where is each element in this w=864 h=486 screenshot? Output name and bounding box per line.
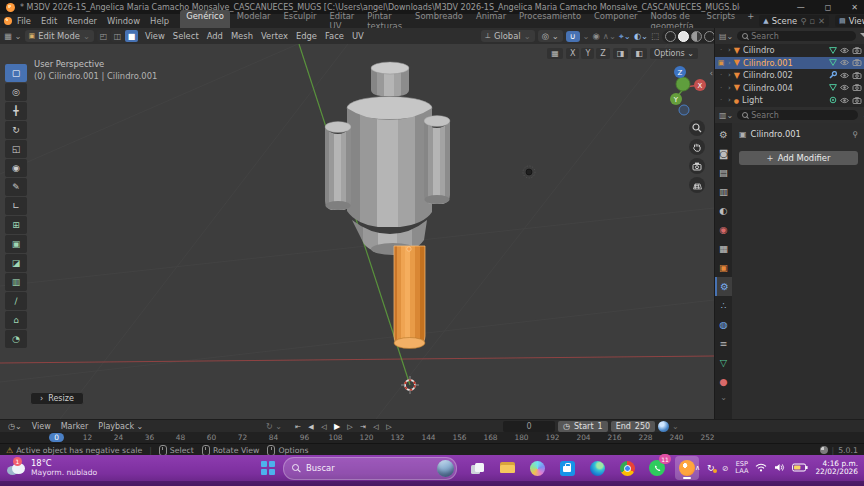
menu-help[interactable]: Help [145,16,174,26]
start-button[interactable] [261,461,275,475]
face-select-button[interactable]: ■ [125,30,138,42]
end-frame-field[interactable]: End 250 [611,421,655,432]
right-arm-bottom[interactable] [425,195,450,204]
add-modifier-button[interactable]: + Add Modifier [739,151,858,165]
muted-icon[interactable]: ⊘ [722,464,729,473]
viewport-menu-edge[interactable]: Edge [292,31,321,41]
material-shading-button[interactable] [691,31,702,42]
properties-search[interactable]: Search [737,110,858,120]
keying-set-button[interactable] [658,421,669,432]
battery-icon[interactable] [792,463,808,474]
navigation-gizmo[interactable]: Z X Y [662,64,708,116]
frame-tick-12[interactable]: 12 [72,433,103,442]
viewport-menu-add[interactable]: Add [203,31,227,41]
outliner-search[interactable]: Search [737,31,856,41]
solid-shading-button[interactable] [678,31,689,42]
frame-tick-132[interactable]: 132 [382,433,413,442]
tool-loop-cut-button[interactable]: ▥ [5,273,27,291]
light-object[interactable] [523,166,535,178]
tool-annotate-button[interactable]: ✎ [5,178,27,196]
tool-cursor-button[interactable]: ◎ [5,83,27,101]
disable-render-icon[interactable] [852,84,862,91]
jump-to-start-button[interactable]: ⇤ [292,423,304,431]
body-cylinder[interactable] [347,108,432,227]
timeline-menu-marker[interactable]: Marker [57,422,93,431]
filter-icon[interactable] [860,32,864,41]
frame-tick-48[interactable]: 48 [165,433,196,442]
proportional-edit-button[interactable]: ◉ [593,31,600,41]
hide-viewport-icon[interactable] [840,97,849,104]
frame-tick-24[interactable]: 24 [103,433,134,442]
frame-step-forward-button[interactable]: ▷ [383,423,395,431]
taskbar-search[interactable]: Buscar [283,457,457,480]
properties-tab-modifiers[interactable]: ⚙ [715,277,732,296]
outliner-item-cilindro[interactable]: ·›▼Cilindro [715,44,864,57]
weather-widget[interactable]: 1 18°C Mayorm. nublado [7,459,97,477]
mode-selector[interactable]: ▣ Edit Mode ⌄ [25,30,94,42]
frame-tick-204[interactable]: 204 [568,433,599,442]
view-layer-selector[interactable]: ▤ ViewLayer ▫ ✕ [835,15,864,27]
frame-tick-120[interactable]: 120 [351,433,382,442]
properties-tab-object[interactable]: ▣ [715,258,732,277]
properties-tab-output[interactable]: ▤ [715,163,732,182]
viewport-menu-view[interactable]: View [141,31,169,41]
frame-tick-252[interactable]: 252 [692,433,723,442]
edge-select-button[interactable]: ◫ [111,30,124,42]
pin-icon[interactable]: ⚲ [800,16,806,26]
expand-arrow-icon[interactable]: › [728,59,731,67]
new-scene-icon[interactable]: ▫ [809,16,815,26]
frame-tick-168[interactable]: 168 [475,433,506,442]
toggle-ortho-icon[interactable] [689,177,705,193]
play-reverse-button[interactable]: ◁ [318,423,330,431]
frame-tick-36[interactable]: 36 [134,433,165,442]
tool-spin-button[interactable]: ◔ [5,330,27,348]
overlays-button[interactable]: ◐⌄ [634,31,648,41]
scene-canvas[interactable] [0,44,714,419]
nutcracker-mesh[interactable] [325,62,450,255]
jump-to-end-button[interactable]: ⇥ [357,423,369,431]
hide-viewport-icon[interactable] [840,59,849,66]
clock[interactable]: 4:16 p.m. 22/02/2026 [815,460,858,477]
tool-rotate-button[interactable]: ↻ [5,121,27,139]
viewport-menu-face[interactable]: Face [321,31,348,41]
tool-poly-build-button[interactable]: ⌂ [5,311,27,329]
viewport-menu-vertex[interactable]: Vertex [257,31,292,41]
properties-tab-particles[interactable]: ∴ [715,296,732,315]
resize-operator-panel[interactable]: › Resize [30,392,84,405]
taskbar-app-explorer[interactable] [495,456,519,480]
snap-magnet-button[interactable]: ∪ [566,31,580,42]
properties-tab-constraints[interactable]: ≡ [715,334,732,353]
taskbar-app-chrome[interactable] [615,456,639,480]
mirror-y-toggle[interactable]: Y [581,48,594,59]
taskbar-app-task-view[interactable] [465,456,489,480]
tool-select-box-button[interactable]: ▢ [5,64,27,82]
properties-tab-render[interactable]: ◙ [715,144,732,163]
close-button[interactable]: ✕ [851,3,858,12]
frame-tick-192[interactable]: 192 [537,433,568,442]
frame-tick-72[interactable]: 72 [227,433,258,442]
volume-icon[interactable] [774,463,785,474]
tool-bevel-button[interactable]: ◪ [5,254,27,272]
pan-hand-icon[interactable] [689,139,705,155]
tool-move-button[interactable]: ╋ [5,102,27,120]
hide-viewport-icon[interactable] [840,72,849,79]
previous-keyframe-button[interactable]: ◀ [305,423,317,431]
gizmo-toggle-button[interactable]: ⌖⌄ [619,31,631,42]
hidden-icons-chevron[interactable]: ∧ [695,464,700,472]
hide-viewport-icon[interactable] [840,47,849,54]
expand-arrow-icon[interactable]: › [728,84,731,92]
proportional-settings-icon[interactable]: ◧ [631,48,647,59]
tool-measure-button[interactable]: ∟ [5,197,27,215]
expand-arrow-icon[interactable]: › [728,46,731,54]
selected-cylinder[interactable] [394,246,425,349]
zoom-icon[interactable] [689,120,705,136]
maximize-button[interactable]: ◻ [825,3,832,12]
gizmo-y-back-ball[interactable] [676,77,690,91]
timeline-menu-view[interactable]: View [28,422,55,431]
frame-tick-60[interactable]: 60 [196,433,227,442]
properties-tab-physics[interactable]: ◍ [715,315,732,334]
tool-options-dropdown[interactable]: Options ⌄ [650,48,698,59]
tool-inset-faces-button[interactable]: ▣ [5,235,27,253]
outliner-item-light[interactable]: ·›●Light [715,94,864,107]
outliner-display-mode-button[interactable]: ▤⌄ [719,32,733,41]
